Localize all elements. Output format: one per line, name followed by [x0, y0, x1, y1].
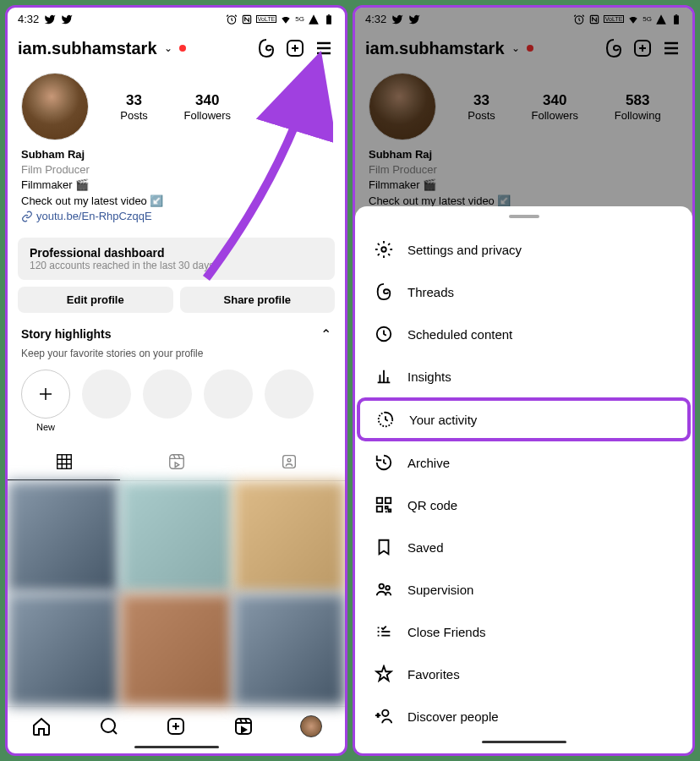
menu-discover[interactable]: Discover people [355, 695, 692, 737]
menu-saved[interactable]: Saved [355, 526, 692, 568]
notification-dot [179, 45, 186, 52]
threads-icon[interactable] [603, 37, 625, 59]
bio-link[interactable]: youtu.be/En-RhpCzqqE [21, 209, 331, 224]
profile-nav-icon[interactable] [300, 715, 322, 737]
alarm-icon [226, 14, 238, 25]
gear-icon [374, 239, 394, 260]
highlights-title: Story highlights [21, 327, 112, 341]
tagged-tab[interactable] [232, 444, 345, 480]
create-icon[interactable] [632, 37, 654, 59]
battery-icon [323, 14, 335, 25]
search-icon[interactable] [98, 715, 120, 737]
followers-stat[interactable]: 340Followers [531, 92, 578, 122]
svg-point-23 [386, 586, 390, 590]
highlight-placeholder [265, 370, 314, 419]
status-bar: 4:32 VoLTE 5G [8, 8, 345, 30]
home-indicator [482, 741, 566, 743]
menu-settings[interactable]: Settings and privacy [355, 228, 692, 271]
post-thumbnail[interactable] [233, 594, 345, 706]
professional-dashboard[interactable]: Professional dashboard 120 accounts reac… [18, 238, 335, 280]
notification-dot [527, 45, 533, 52]
menu-scheduled[interactable]: Scheduled content [355, 313, 692, 355]
twitter-icon [408, 14, 420, 25]
post-thumbnail[interactable] [8, 594, 119, 706]
menu-your-activity[interactable]: Your activity [357, 397, 691, 441]
highlight-placeholder [143, 370, 192, 419]
post-thumbnail[interactable] [233, 481, 345, 594]
post-thumbnail[interactable] [120, 594, 232, 706]
chevron-down-icon[interactable]: ⌄ [511, 42, 520, 54]
reels-tab[interactable] [120, 444, 232, 480]
new-highlight[interactable]: New [21, 370, 70, 432]
menu-qr[interactable]: QR code [355, 484, 692, 526]
profile-info: 33 Posts 340 Followers 583 Following [8, 66, 345, 147]
svg-point-22 [380, 584, 385, 589]
menu-favorites[interactable]: Favorites [355, 653, 692, 695]
menu-supervision[interactable]: Supervision [355, 568, 692, 610]
create-icon[interactable] [284, 37, 306, 59]
menu-insights[interactable]: Insights [355, 355, 692, 397]
battery-icon [670, 14, 682, 25]
add-person-icon [374, 706, 394, 726]
followers-stat[interactable]: 340 Followers [183, 92, 231, 122]
username[interactable]: iam.subhamstark [365, 39, 505, 58]
alarm-icon [573, 14, 585, 25]
people-icon [374, 579, 394, 599]
following-stat[interactable]: 583Following [615, 92, 661, 122]
share-profile-button[interactable]: Share profile [180, 287, 336, 313]
username[interactable]: iam.subhamstark [18, 39, 157, 58]
menu-close-friends[interactable]: Close Friends [355, 610, 692, 653]
highlight-placeholder [204, 370, 253, 419]
profile-screen: 4:32 VoLTE 5G iam.subhamstark ⌄ [5, 5, 347, 756]
create-nav-icon[interactable] [165, 715, 187, 737]
status-bar: 4:32 VoLTE 5G [355, 8, 692, 30]
close-friends-icon [374, 621, 394, 642]
posts-stat[interactable]: 33 Posts [120, 92, 148, 122]
grid-tab[interactable] [8, 444, 120, 480]
avatar[interactable] [369, 73, 436, 140]
signal-icon [655, 14, 667, 25]
volte-icon: VoLTE [256, 15, 277, 23]
posts-stat[interactable]: 33Posts [468, 92, 495, 122]
menu-threads[interactable]: Threads [355, 271, 692, 313]
menu-screen: 4:32 VoLTE 5G iam.subhamstark ⌄ 33Posts … [353, 5, 695, 756]
svg-rect-15 [675, 14, 677, 15]
posts-grid [8, 481, 345, 706]
avatar[interactable] [21, 73, 89, 140]
status-time: 4:32 [365, 13, 386, 25]
activity-icon [375, 409, 396, 430]
chevron-up-icon[interactable]: ⌃ [320, 326, 331, 342]
menu-archive[interactable]: Archive [355, 441, 692, 484]
edit-profile-button[interactable]: Edit profile [18, 287, 173, 313]
highlights-subtitle: Keep your favorite stories on your profi… [8, 348, 345, 366]
chart-icon [374, 366, 394, 386]
threads-icon[interactable] [255, 37, 277, 59]
twitter-icon [391, 14, 403, 25]
bookmark-icon [374, 537, 394, 557]
archive-icon [374, 452, 394, 473]
following-stat[interactable]: 583 Following [267, 92, 314, 122]
reels-nav-icon[interactable] [232, 715, 254, 737]
svg-rect-5 [57, 455, 71, 469]
chevron-down-icon[interactable]: ⌄ [164, 42, 172, 54]
twitter-icon [61, 14, 73, 25]
menu-icon[interactable] [660, 37, 682, 59]
link-icon [21, 211, 33, 222]
bio-name: Subham Raj [21, 147, 331, 162]
profile-header: iam.subhamstark ⌄ [8, 30, 345, 66]
svg-rect-19 [377, 498, 382, 503]
svg-rect-20 [386, 498, 391, 503]
post-thumbnail[interactable] [120, 481, 232, 594]
wifi-icon [627, 14, 639, 25]
post-thumbnail[interactable] [8, 481, 119, 594]
svg-point-25 [382, 710, 388, 716]
volte-icon: VoLTE [604, 15, 625, 23]
star-icon [374, 664, 394, 684]
home-icon[interactable] [30, 715, 52, 737]
svg-rect-14 [674, 15, 679, 24]
svg-rect-3 [328, 14, 330, 15]
bio-line: Filmmaker 🎬 [21, 178, 331, 193]
svg-rect-21 [377, 506, 382, 512]
sheet-handle[interactable] [509, 215, 539, 218]
menu-icon[interactable] [313, 37, 335, 59]
